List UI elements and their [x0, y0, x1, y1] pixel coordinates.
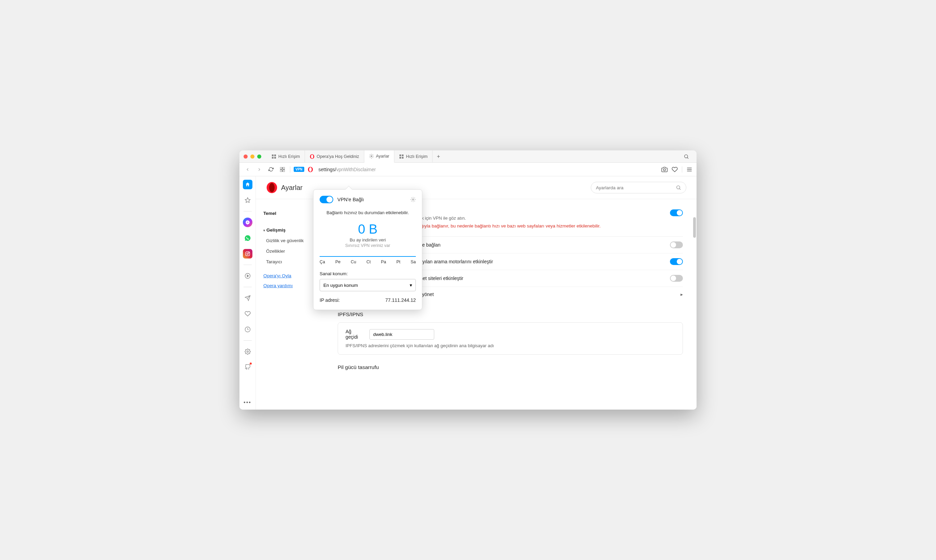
reload-button[interactable]: [267, 165, 275, 174]
vpn-settings-icon[interactable]: [410, 197, 416, 202]
divider: [243, 287, 252, 287]
svg-rect-1: [274, 154, 276, 156]
sidebar-features[interactable]: Özellikler: [262, 246, 318, 257]
svg-point-11: [685, 154, 688, 158]
settings-search[interactable]: [591, 182, 686, 193]
sidebar-privacy[interactable]: Gizlilik ve güvenlik: [262, 235, 318, 246]
opera-logo-area: Ayarlar: [266, 182, 303, 193]
svg-rect-13: [280, 167, 282, 169]
bookmarks-icon[interactable]: [243, 195, 252, 205]
svg-rect-3: [274, 157, 276, 158]
opera-logo-icon: [266, 182, 278, 193]
speed-dial-button[interactable]: [278, 165, 286, 174]
more-icon[interactable]: •••: [243, 399, 251, 406]
vpn-connect-startup-toggle[interactable]: [670, 242, 683, 248]
flow-icon[interactable]: [243, 293, 252, 303]
scrollbar-thumb[interactable]: [693, 217, 696, 238]
sidebar-browser[interactable]: Tarayıcı: [262, 257, 318, 267]
svg-rect-10: [402, 157, 403, 158]
vpn-bypass-intranet-toggle[interactable]: [670, 275, 683, 282]
search-tabs-button[interactable]: [680, 154, 693, 159]
battery-title: Pil gücü tasarrufu: [338, 364, 683, 371]
svg-marker-28: [247, 275, 249, 277]
svg-marker-23: [245, 198, 250, 203]
sidebar-advanced[interactable]: ▾Gelişmiş: [262, 225, 318, 235]
svg-point-18: [309, 167, 312, 172]
svg-point-26: [248, 252, 249, 253]
feedback-icon[interactable]: [243, 363, 252, 372]
vpn-data-label: Bu ay indirilen veri: [314, 237, 422, 243]
close-window-button[interactable]: [243, 154, 248, 158]
vpn-status-label: VPN'e Bağlı: [337, 197, 410, 202]
settings-icon[interactable]: [243, 347, 252, 356]
tab-speed-dial-2[interactable]: Hızlı Erişim: [394, 151, 433, 162]
vpn-popup: VPN'e Bağlı Bağlantı hızınız bu durumdan…: [313, 189, 422, 310]
gateway-input[interactable]: [369, 329, 434, 340]
vpn-badge[interactable]: VPN: [294, 167, 304, 172]
history-icon[interactable]: [243, 325, 252, 334]
svg-point-6: [371, 155, 372, 157]
whatsapp-icon[interactable]: [243, 233, 252, 243]
vpn-chart: Ça Pe Cu Ct Pa Pt Sa: [314, 251, 422, 266]
heart-icon[interactable]: [672, 166, 678, 172]
vpn-popup-toggle[interactable]: [320, 196, 333, 203]
forward-button[interactable]: [255, 165, 263, 174]
workspace-sidebar: •••: [239, 176, 256, 409]
toolbar-right: [661, 166, 693, 172]
tab-speed-dial-1[interactable]: Hızlı Erişim: [267, 151, 305, 162]
svg-rect-0: [272, 154, 274, 156]
vpn-location-select[interactable]: En uygun konum ▾: [320, 279, 416, 291]
sidebar-rate-link[interactable]: Opera'yı Oyla: [262, 267, 318, 281]
pinboards-icon[interactable]: [243, 309, 252, 318]
vpn-bypass-search-toggle[interactable]: [670, 258, 683, 265]
vpn-data-sub: Sınırsız VPN veriniz var: [314, 243, 422, 248]
tab-label: Opera'ya Hoş Geldiniz: [317, 154, 359, 159]
enable-vpn-toggle[interactable]: [670, 209, 683, 216]
address-prefix: settings/: [319, 167, 336, 172]
tab-label: Ayarlar: [376, 154, 389, 158]
divider: [243, 265, 252, 265]
new-tab-button[interactable]: +: [433, 151, 444, 162]
back-button[interactable]: [243, 165, 252, 174]
gear-icon: [369, 154, 374, 158]
tab-settings[interactable]: Ayarlar: [364, 151, 394, 163]
sidebar-help-link[interactable]: Opera yardımı: [262, 281, 318, 291]
gateway-hint: IPFS/IPNS adreslerini çözmek için kullan…: [346, 343, 675, 348]
svg-line-34: [679, 189, 680, 189]
ipfs-title: IPFS/IPNS: [338, 311, 683, 317]
address-bar[interactable]: settings/vpnWithDisclaimer: [317, 167, 658, 172]
divider: [243, 340, 252, 341]
vpn-ip-label: IP adresi:: [320, 297, 340, 303]
vpn-ip-value: 77.111.244.12: [385, 297, 416, 303]
maximize-window-button[interactable]: [257, 154, 261, 158]
vpn-note: Bağlantı hızınız bu durumdan etkilenebil…: [314, 207, 422, 220]
tab-welcome[interactable]: Opera'ya Hoş Geldiniz: [305, 151, 364, 162]
vpn-location-label: Sanal konum:: [320, 271, 416, 276]
player-icon[interactable]: [243, 271, 252, 281]
vpn-chart-days: Ça Pe Cu Ct Pa Pt Sa: [320, 260, 416, 264]
svg-rect-7: [399, 154, 401, 156]
easy-setup-icon[interactable]: [686, 166, 693, 172]
tab-label: Hızlı Erişim: [278, 154, 300, 159]
divider: [290, 166, 290, 172]
minimize-window-button[interactable]: [250, 154, 254, 158]
snapshot-icon[interactable]: [661, 166, 668, 172]
vpn-location-section: Sanal konum: En uygun konum ▾: [314, 266, 422, 291]
svg-rect-2: [272, 157, 274, 158]
settings-search-input[interactable]: [596, 185, 676, 190]
svg-point-19: [664, 168, 665, 171]
home-workspace-icon[interactable]: [243, 180, 252, 189]
body-area: ••• Ayarlar Temel ▾Gelişmiş Gizlilik ve …: [239, 176, 697, 409]
svg-rect-8: [402, 154, 403, 156]
svg-rect-16: [283, 170, 285, 172]
vpn-ip-row: IP adresi: 77.111.244.12: [314, 291, 422, 303]
svg-rect-9: [399, 157, 401, 158]
instagram-icon[interactable]: [243, 249, 252, 258]
gateway-row: Ağ geçidi: [346, 329, 675, 340]
grid-icon: [271, 154, 276, 159]
svg-rect-14: [283, 167, 285, 169]
divider: [243, 211, 252, 211]
opera-icon: [310, 154, 314, 159]
sidebar-basic[interactable]: Temel: [262, 208, 318, 218]
messenger-icon[interactable]: [243, 218, 252, 227]
